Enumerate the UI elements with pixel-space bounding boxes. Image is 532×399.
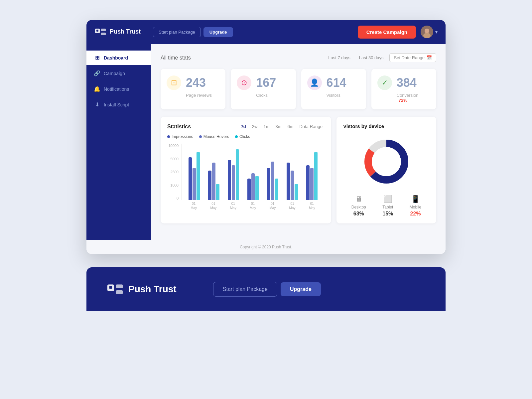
chart-y-axis: 10000 5000 2500 1000 0 xyxy=(167,144,181,200)
main-content: All time stats Last 7 days Last 30 days … xyxy=(151,44,446,240)
tablet-pct: 15% xyxy=(382,211,393,217)
y-label-2500: 2500 xyxy=(171,170,179,174)
upgrade-button[interactable]: Upgrade xyxy=(203,27,233,37)
x-label-1: 01 May xyxy=(210,201,216,210)
last7-button[interactable]: Last 7 days xyxy=(326,54,353,62)
notifications-icon: 🔔 xyxy=(94,86,100,92)
bar-hovers-1 xyxy=(212,163,215,200)
sidebar-label-install: Install Script xyxy=(104,102,129,107)
mobile-icon: 📱 xyxy=(411,195,420,203)
footer: Copyright © 2020 Push Trust. xyxy=(86,240,446,254)
legend-dot-clicks xyxy=(235,135,238,138)
time-btn-6m[interactable]: 6m xyxy=(286,123,296,130)
date-range-controls: Last 7 days Last 30 days Set Date Range … xyxy=(326,53,436,62)
bar-impressions-6 xyxy=(306,165,310,200)
banner-logo-area: Push Trust xyxy=(106,281,177,298)
user-avatar-area[interactable]: ▾ xyxy=(421,26,438,38)
bar-clicks-1 xyxy=(216,184,219,200)
device-stat-desktop: 🖥 Desktop 63% xyxy=(351,195,366,217)
time-btn-2w[interactable]: 2w xyxy=(250,123,260,130)
stat-card-top-visitors: 👤 614 xyxy=(307,75,346,90)
legend-impressions: Impressions xyxy=(167,134,193,139)
stat-card-top-page-reviews: ⊡ 243 xyxy=(167,75,206,90)
x-label-6: 01 May xyxy=(309,201,315,210)
logo-area: Push Trust xyxy=(94,26,148,38)
svg-rect-11 xyxy=(116,285,123,289)
chart-group-0 xyxy=(189,152,200,200)
svg-point-6 xyxy=(423,33,431,38)
device-stat-tablet: ⬜ Tablet 15% xyxy=(382,195,393,217)
legend-label-mouse-hovers: Mouse Hovers xyxy=(203,134,229,139)
copyright: Copyright © 2020 Push Trust. xyxy=(240,245,292,249)
avatar xyxy=(421,26,433,38)
conversion-number: 384 xyxy=(397,76,417,90)
stat-card-top-clicks: ⊙ 167 xyxy=(237,75,276,90)
sidebar-item-install-script[interactable]: ⬇ Install Script xyxy=(86,97,151,112)
chart-group-6 xyxy=(306,152,318,200)
bottom-banner: Push Trust Start plan Package Upgrade xyxy=(86,267,446,311)
time-btn-data-range[interactable]: Data Range xyxy=(298,123,325,130)
chart-group-5 xyxy=(287,163,298,200)
statistics-panel-header: Statistics 7d 2w 1m 3m 6m Data Range xyxy=(167,123,325,130)
sidebar-label-notifications: Notifications xyxy=(104,86,129,92)
sidebar: ⊞ Dashboard 🔗 Campaign 🔔 Notifications ⬇… xyxy=(86,44,151,240)
page-reviews-number: 243 xyxy=(186,76,206,90)
stat-cards: ⊡ 243 Page reviews ⊙ 167 Clicks 👤 614 xyxy=(161,69,436,109)
conversion-sub: 72% xyxy=(399,98,407,103)
svg-rect-3 xyxy=(96,30,98,32)
statistics-panel: Statistics 7d 2w 1m 3m 6m Data Range xyxy=(161,117,331,223)
sidebar-item-notifications[interactable]: 🔔 Notifications xyxy=(86,82,151,96)
x-label-4: 01 May xyxy=(269,201,276,210)
svg-rect-1 xyxy=(101,29,106,31)
time-btn-3m[interactable]: 3m xyxy=(273,123,283,130)
time-btn-7d[interactable]: 7d xyxy=(239,123,248,130)
bar-clicks-0 xyxy=(197,152,200,200)
install-icon: ⬇ xyxy=(94,101,100,108)
banner-logo-text: Push Trust xyxy=(128,284,177,295)
device-panel: Vistors by device 🖥 xyxy=(336,117,436,223)
logo-text: Push Trust xyxy=(110,28,141,36)
legend-label-impressions: Impressions xyxy=(172,134,193,139)
svg-rect-2 xyxy=(101,33,106,35)
create-campaign-button[interactable]: Create Campaign xyxy=(358,26,416,39)
desktop-label: Desktop xyxy=(351,205,366,209)
chart-group-4 xyxy=(267,162,278,200)
chart-area: 10000 5000 2500 1000 0 01 May01 May01 Ma… xyxy=(167,144,325,210)
donut-chart xyxy=(360,135,413,188)
time-range-buttons: 7d 2w 1m 3m 6m Data Range xyxy=(239,123,325,130)
desktop-pct: 63% xyxy=(353,211,364,217)
sidebar-item-dashboard[interactable]: ⊞ Dashboard xyxy=(86,51,151,65)
stat-card-conversion: ✓ 384 Conversion 72% xyxy=(371,69,436,109)
bar-impressions-0 xyxy=(189,157,192,200)
banner-center: Start plan Package Upgrade xyxy=(213,282,321,297)
tablet-label: Tablet xyxy=(382,205,393,209)
app-window: Push Trust Start plan Package Upgrade Cr… xyxy=(86,20,446,254)
stat-card-page-reviews: ⊡ 243 Page reviews xyxy=(161,69,225,109)
banner-start-plan-button[interactable]: Start plan Package xyxy=(213,282,277,297)
chart-x-labels: 01 May01 May01 May01 May01 May01 May01 M… xyxy=(181,201,325,210)
legend-dot-impressions xyxy=(167,135,170,138)
bottom-panels: Statistics 7d 2w 1m 3m 6m Data Range xyxy=(161,117,436,223)
bar-hovers-0 xyxy=(193,168,196,200)
device-stats: 🖥 Desktop 63% ⬜ Tablet 15% 📱 Mobile xyxy=(343,195,430,217)
last30-button[interactable]: Last 30 days xyxy=(356,54,386,62)
y-label-0: 0 xyxy=(177,196,179,200)
campaign-icon: 🔗 xyxy=(94,70,100,76)
chart-group-1 xyxy=(208,163,219,200)
stats-title: All time stats xyxy=(161,55,191,61)
page-reviews-icon: ⊡ xyxy=(167,75,181,90)
stat-card-top-conversion: ✓ 384 xyxy=(377,75,417,90)
bar-hovers-4 xyxy=(271,162,274,200)
time-btn-1m[interactable]: 1m xyxy=(261,123,271,130)
y-label-10000: 10000 xyxy=(168,144,179,148)
bar-hovers-5 xyxy=(291,171,294,200)
header-center: Start plan Package Upgrade xyxy=(153,27,352,37)
chart-group-2 xyxy=(228,149,239,200)
date-range-input[interactable]: Set Date Range 📅 xyxy=(389,53,436,62)
banner-upgrade-button[interactable]: Upgrade xyxy=(281,282,321,296)
dashboard-icon: ⊞ xyxy=(94,55,100,61)
bar-hovers-2 xyxy=(232,165,235,200)
y-label-1000: 1000 xyxy=(171,183,179,187)
sidebar-item-campaign[interactable]: 🔗 Campaign xyxy=(86,66,151,80)
start-plan-button[interactable]: Start plan Package xyxy=(153,27,201,37)
